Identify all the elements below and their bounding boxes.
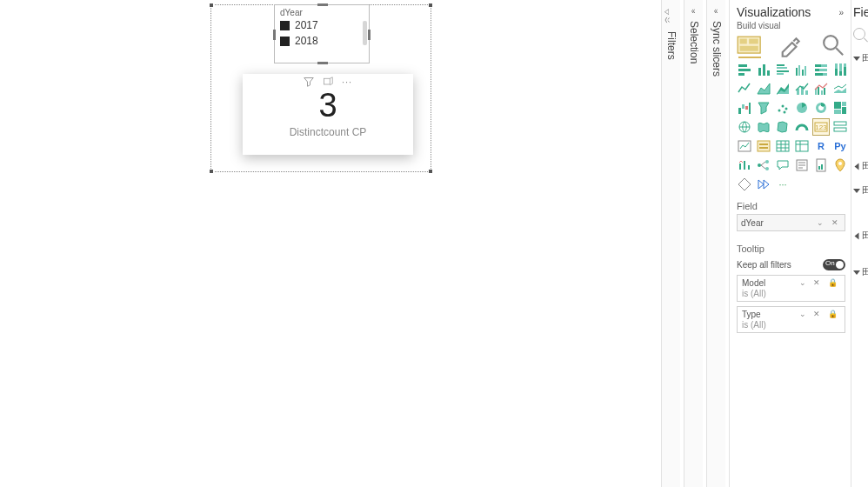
tooltip-field-filter: is (All) [742, 289, 766, 298]
waterfall-icon[interactable] [737, 100, 752, 116]
area-chart-icon[interactable] [756, 81, 771, 97]
analytics-tab[interactable] [821, 36, 845, 55]
filled-map-icon[interactable] [756, 119, 771, 135]
table-group[interactable]: 田 [853, 184, 866, 197]
slicer-item[interactable]: 2017 [275, 17, 369, 33]
resize-handle-w[interactable] [273, 30, 276, 40]
funnel-icon[interactable] [756, 100, 771, 116]
remove-icon[interactable]: ✕ [813, 278, 823, 287]
report-canvas[interactable]: dYear 2017 2018 ··· 3 Distinctcount CP [0, 0, 661, 487]
fields-title: Fie [853, 5, 866, 19]
key-influencers-icon[interactable] [737, 157, 752, 173]
decomposition-tree-icon[interactable] [756, 157, 771, 173]
svg-rect-52 [842, 107, 846, 114]
power-apps-icon[interactable] [737, 177, 752, 192]
chevron-down-icon [853, 57, 860, 61]
slicer-item[interactable]: 2018 [275, 33, 369, 49]
resize-handle-nw[interactable] [209, 3, 214, 8]
qa-visual-icon[interactable] [775, 157, 791, 173]
chevron-down-icon[interactable]: ⌄ [817, 218, 826, 227]
field-well[interactable]: dYear ⌄ ✕ [737, 214, 845, 231]
resize-handle-ne[interactable] [428, 3, 433, 8]
filters-pane-collapsed[interactable]: Filters [661, 0, 680, 487]
slicer-icon[interactable] [756, 138, 771, 154]
lock-icon[interactable]: 🔒 [828, 278, 840, 287]
chevron-down-icon[interactable]: ⌄ [799, 278, 809, 287]
pie-icon[interactable] [794, 100, 810, 116]
pane-title: Visualizations [737, 5, 811, 19]
table-group[interactable]: 田 [853, 52, 866, 64]
card-visual[interactable]: ··· 3 Distinctcount CP [243, 74, 413, 155]
shape-map-icon[interactable] [775, 119, 791, 135]
selection-pane-collapsed[interactable]: « Selection [684, 0, 703, 487]
expand-left-icon[interactable] [664, 5, 678, 26]
ribbon-chart-icon[interactable] [832, 81, 848, 97]
tooltip-field-item[interactable]: Model is (All) ⌄ ✕ 🔒 [737, 275, 845, 302]
svg-rect-25 [823, 73, 827, 76]
resize-handle-n[interactable] [317, 3, 328, 6]
treemap-icon[interactable] [832, 100, 848, 116]
table-icon[interactable] [775, 138, 791, 154]
stacked-bar-icon[interactable] [737, 62, 752, 77]
chevron-down-icon[interactable]: ⌄ [799, 310, 809, 318]
stacked-area-icon[interactable] [775, 81, 791, 97]
table-group[interactable]: 田 [853, 266, 866, 278]
build-visual-tab[interactable] [737, 36, 761, 55]
kpi-icon[interactable] [737, 138, 752, 154]
clustered-bar-icon[interactable] [775, 62, 791, 77]
scatter-icon[interactable] [775, 100, 791, 116]
svg-rect-2 [740, 39, 747, 44]
line-clustered-column-icon[interactable] [813, 81, 829, 97]
stacked-bar-100-icon[interactable] [813, 62, 829, 77]
svg-rect-36 [818, 87, 819, 95]
scrollbar[interactable] [363, 21, 367, 45]
clustered-column-icon[interactable] [794, 62, 810, 77]
remove-field-icon[interactable]: ✕ [831, 218, 841, 227]
more-visuals-icon[interactable]: ··· [775, 177, 791, 192]
paginated-report-icon[interactable] [813, 157, 829, 173]
chevron-right-icon[interactable]: » [838, 8, 844, 17]
table-group[interactable]: 田 [853, 230, 866, 242]
filter-icon[interactable] [304, 77, 314, 89]
more-options-icon[interactable]: ··· [342, 77, 352, 89]
sync-slicers-pane-collapsed[interactable]: « Sync slicers [706, 0, 725, 487]
slicer-visual[interactable]: dYear 2017 2018 [274, 4, 370, 63]
lock-icon[interactable]: 🔒 [828, 310, 840, 318]
arcgis-map-icon[interactable] [832, 157, 848, 173]
resize-handle-s[interactable] [317, 62, 328, 64]
chevron-left-icon[interactable]: « [691, 5, 695, 16]
line-stacked-column-icon[interactable] [794, 81, 810, 97]
resize-handle-e[interactable] [368, 30, 371, 40]
card-icon[interactable]: 123 [813, 119, 829, 135]
format-visual-tab[interactable] [778, 36, 803, 55]
stacked-column-100-icon[interactable] [832, 62, 848, 77]
gauge-icon[interactable] [794, 119, 810, 135]
table-group[interactable]: 田 [853, 160, 866, 172]
chevron-right-icon [855, 163, 859, 170]
map-icon[interactable] [737, 119, 752, 135]
tooltip-section-label: Tooltip [737, 244, 845, 254]
r-visual-icon[interactable]: R [813, 138, 829, 154]
donut-icon[interactable] [813, 100, 829, 116]
line-chart-icon[interactable] [737, 81, 752, 97]
checkbox-checked-icon[interactable] [280, 37, 290, 46]
smart-narrative-icon[interactable] [794, 157, 810, 173]
keep-all-filters-toggle[interactable]: On [823, 259, 845, 270]
svg-rect-27 [835, 63, 838, 69]
remove-icon[interactable]: ✕ [813, 310, 823, 318]
stacked-column-icon[interactable] [756, 62, 771, 77]
resize-handle-sw[interactable] [209, 169, 214, 174]
svg-rect-50 [834, 102, 841, 109]
resize-handle-se[interactable] [428, 169, 433, 174]
python-visual-icon[interactable]: Py [832, 138, 848, 154]
tooltip-field-item[interactable]: Type is (All) ⌄ ✕ 🔒 [737, 306, 845, 333]
chevron-left-icon[interactable]: « [714, 5, 718, 16]
checkbox-checked-icon[interactable] [280, 21, 290, 30]
ellipsis-icon: ··· [778, 179, 786, 190]
search-icon[interactable] [853, 28, 865, 40]
power-automate-icon[interactable] [756, 177, 771, 192]
multi-row-card-icon[interactable] [832, 119, 848, 135]
svg-point-44 [782, 105, 785, 108]
field-section-label: Field [737, 201, 845, 211]
matrix-icon[interactable] [794, 138, 810, 154]
